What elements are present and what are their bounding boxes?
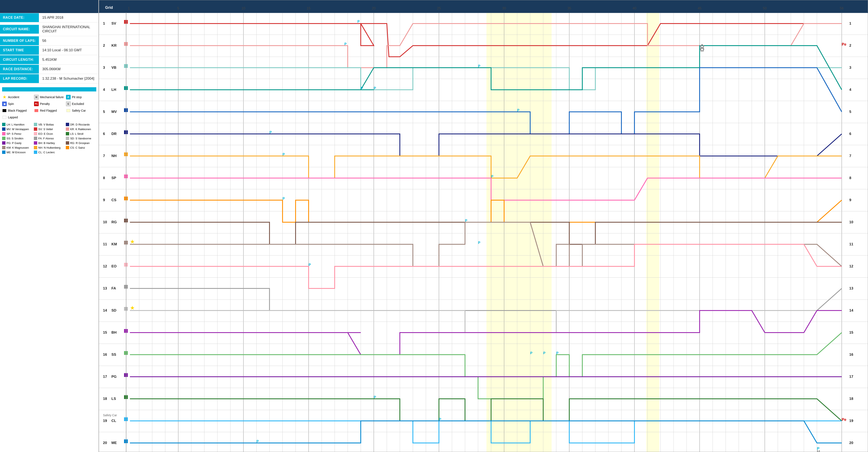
lap-10: 10 — [242, 6, 245, 10]
info-label: CIRCUIT NAME: — [0, 25, 39, 34]
lap-25: 25 — [437, 6, 441, 10]
spin-label: Spin — [8, 102, 14, 106]
pos-17: 17 — [103, 374, 107, 379]
driver-vb: VB — [112, 66, 117, 69]
safetycar-icon — [66, 108, 71, 113]
accident-icon: ★ — [2, 95, 7, 99]
key-blackflag: Black Flagged — [2, 108, 32, 114]
driver-dr: DR — [112, 132, 117, 136]
ss-pit2: P — [543, 351, 546, 355]
pos-15: 15 — [103, 330, 107, 334]
me-mechanical: M — [817, 450, 820, 452]
info-row: RACE DISTANCE: 305.066KM — [0, 64, 98, 74]
key-redflag: Red Flagged — [34, 108, 64, 114]
lap-30: 30 — [502, 6, 506, 10]
me-pit1: P — [256, 440, 259, 443]
end-pos-9: 9 — [849, 198, 851, 202]
lap-50: 50 — [763, 6, 767, 10]
end-pos-14: 14 — [849, 308, 853, 312]
info-value: 1:32.238 - M Schumacher [2004] — [39, 74, 98, 83]
pos-2: 2 — [103, 43, 105, 48]
driver-entry: RG: R Grosjean — [70, 142, 90, 145]
nh-pit1: P — [282, 153, 285, 156]
info-value: 15 APR 2018 — [39, 13, 67, 22]
km-pit1: P — [478, 241, 480, 244]
end-pos-6: 6 — [849, 132, 851, 136]
driver-entry: SP: S Perez — [6, 132, 22, 135]
mechanical-label: Mechanical failure — [40, 95, 64, 99]
eo-pit1: P — [309, 263, 311, 267]
lap-20: 20 — [372, 6, 376, 10]
info-label: RACE DISTANCE: — [0, 65, 39, 73]
key-penalty: Pe Penalty — [34, 101, 64, 107]
end-pos-1: 1 — [849, 22, 851, 25]
pos-13: 13 — [103, 287, 107, 290]
driver-fa: FA — [112, 287, 116, 290]
end-pos-8: 8 — [849, 176, 851, 180]
driver-entry: CL: C Leclerc — [38, 151, 55, 154]
driver-lh: LH — [112, 88, 116, 92]
driver-item: SD: S Vandoorne — [66, 136, 96, 141]
key-header — [2, 87, 96, 91]
race-info: RACE DATE: 15 APR 2018 CIRCUIT NAME: SHA… — [0, 13, 98, 84]
driver-ls: LS — [112, 397, 116, 401]
sp-pit1: P — [491, 175, 493, 178]
driver-sv: SV — [112, 22, 116, 25]
driver-entry: CS: C Sainz — [70, 146, 85, 149]
driver-color-swatch — [34, 151, 37, 154]
lapped-label: Lapped — [8, 116, 18, 119]
lh-pit2: P — [374, 86, 376, 90]
lap-56: 56 — [840, 6, 844, 10]
driver-entry: DR: D Ricciardo — [70, 123, 90, 126]
driver-item: FA: F Alonso — [34, 136, 64, 141]
driver-entry: EO: E Ocon — [38, 132, 53, 135]
pos-7: 7 — [103, 154, 105, 158]
end-pos-19: 19 — [849, 419, 853, 423]
sv-line — [130, 24, 842, 57]
driver-color-swatch — [2, 141, 5, 145]
rg-pit1: P — [465, 219, 467, 222]
driver-entry: FA: F Alonso — [38, 137, 54, 140]
chart-panel: Grid — [99, 0, 868, 452]
driver-item: BH: B Hartley — [34, 141, 64, 145]
info-value: 305.066KM — [39, 64, 64, 74]
penalty-icon: Pe — [34, 101, 39, 106]
safety-car-zone-2 — [646, 12, 659, 452]
pos-5: 5 — [103, 110, 105, 114]
ls-pit1: P — [374, 395, 376, 399]
ss-pit1: P — [530, 351, 532, 355]
driver-item: CS: C Sainz — [66, 146, 96, 150]
end-pos-11: 11 — [849, 242, 853, 246]
driver-item: VB: V Bottas — [34, 122, 64, 126]
driver-color-swatch — [34, 123, 37, 126]
vertical-gridlines — [126, 12, 842, 452]
pos-12: 12 — [103, 264, 107, 268]
driver-color-swatch — [34, 132, 37, 135]
key-spin: ▣ Spin — [2, 101, 32, 107]
pos-11: 11 — [103, 242, 107, 246]
end-pos-12: 12 — [849, 264, 853, 268]
driver-entry: SD: S Vandoorne — [70, 137, 91, 140]
driver-item: NH: N Hulkenberg — [34, 146, 64, 150]
pos-1: 1 — [103, 22, 105, 25]
pos-16: 16 — [103, 353, 107, 357]
end-pos-10: 10 — [849, 220, 853, 224]
eo-line — [130, 244, 842, 289]
round-header — [0, 0, 98, 13]
driver-entry: SV: S Vettel — [38, 128, 53, 131]
info-row: RACE DATE: 15 APR 2018 — [0, 13, 98, 23]
driver-entry: KM: K Magnussen — [6, 146, 29, 149]
sv-pit1: P — [358, 20, 360, 23]
lap-40: 40 — [632, 6, 636, 10]
penalty-label: Penalty — [40, 102, 50, 106]
safetycar-label: Safety Car — [72, 109, 86, 112]
driver-color-swatch — [34, 141, 37, 145]
driver-item: CL: C Leclerc — [34, 150, 64, 154]
blackflag-label: Black Flagged — [8, 109, 27, 112]
redflag-label: Red Flagged — [40, 109, 57, 112]
km-accident: ★ — [130, 238, 135, 245]
driver-color-swatch — [66, 137, 69, 140]
info-value: 14:10 Local - 06:10 GMT — [39, 46, 85, 55]
end-pos-15: 15 — [849, 330, 853, 334]
driver-legend: LH: L Hamilton VB: V Bottas DR: D Riccia… — [2, 122, 96, 154]
